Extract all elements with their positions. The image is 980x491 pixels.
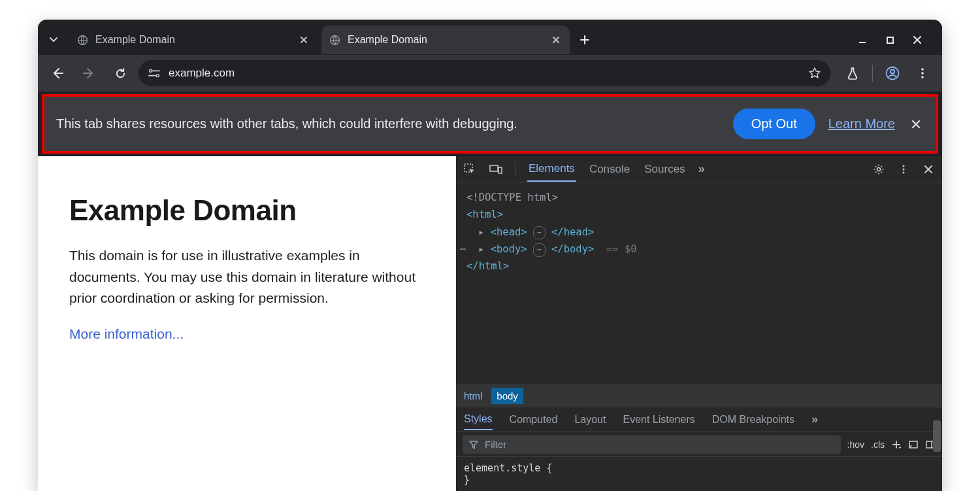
more-information-link[interactable]: More information... bbox=[69, 326, 184, 341]
svg-point-16 bbox=[903, 171, 905, 173]
dom-tree[interactable]: <!DOCTYPE html> <html> ▸ <head> ⋯ </head… bbox=[456, 182, 942, 384]
star-icon bbox=[808, 67, 821, 80]
minimize-icon bbox=[858, 35, 867, 44]
chevron-down-icon bbox=[49, 35, 58, 44]
toolbar: example.com bbox=[38, 55, 942, 92]
forward-button[interactable] bbox=[76, 60, 102, 86]
svg-point-3 bbox=[150, 69, 152, 72]
page-heading: Example Domain bbox=[69, 194, 425, 227]
breadcrumb-html[interactable]: html bbox=[464, 390, 482, 401]
address-bar[interactable]: example.com bbox=[139, 60, 830, 86]
cls-toggle[interactable]: .cls bbox=[871, 439, 885, 450]
separator bbox=[515, 162, 515, 177]
page-content: Example Domain This domain is for use in… bbox=[38, 156, 456, 491]
address-text: example.com bbox=[169, 67, 800, 80]
devtools-settings-button[interactable] bbox=[872, 162, 886, 177]
learn-more-link[interactable]: Learn More bbox=[828, 116, 895, 131]
svg-rect-2 bbox=[887, 37, 893, 43]
kebab-icon bbox=[917, 67, 928, 79]
reload-button[interactable] bbox=[107, 60, 133, 86]
devtools-menu-button[interactable] bbox=[896, 162, 911, 177]
dom-body-close: </body> bbox=[551, 243, 594, 255]
minimize-button[interactable] bbox=[856, 33, 869, 46]
svg-rect-11 bbox=[490, 165, 498, 171]
svg-point-15 bbox=[903, 168, 905, 170]
subtab-layout[interactable]: Layout bbox=[574, 414, 606, 426]
close-icon bbox=[300, 36, 308, 44]
experiments-button[interactable] bbox=[840, 60, 866, 86]
inspect-icon bbox=[464, 163, 476, 175]
ellipsis-badge-icon[interactable]: ⋯ bbox=[533, 226, 546, 240]
new-tab-button[interactable] bbox=[574, 29, 596, 51]
infobar-message: This tab shares resources with other tab… bbox=[56, 116, 720, 131]
style-rule-close: } bbox=[464, 474, 934, 486]
dom-body-open[interactable]: <body> bbox=[491, 243, 527, 255]
subtab-event-listeners[interactable]: Event Listeners bbox=[623, 414, 694, 426]
globe-icon bbox=[77, 34, 89, 46]
scrollbar-thumb[interactable] bbox=[933, 420, 941, 452]
infobar-close-button[interactable] bbox=[908, 116, 924, 132]
device-toolbar-button[interactable] bbox=[489, 162, 503, 177]
site-settings-icon[interactable] bbox=[148, 68, 161, 78]
dom-selected-row[interactable]: ⋯ ▸ <body> ⋯ </body> == $0 bbox=[464, 241, 934, 258]
page-paragraph: This domain is for use in illustrative e… bbox=[69, 245, 425, 309]
devtools-close-button[interactable] bbox=[921, 162, 936, 177]
tab-search-dropdown[interactable] bbox=[42, 28, 65, 52]
close-window-button[interactable] bbox=[911, 33, 924, 46]
computed-panel-button[interactable] bbox=[908, 439, 919, 450]
style-rule-open: element.style { bbox=[464, 462, 934, 474]
breadcrumb-body[interactable]: body bbox=[491, 388, 523, 404]
plus-icon bbox=[580, 35, 590, 45]
maximize-button[interactable] bbox=[883, 33, 896, 46]
profile-button[interactable] bbox=[879, 60, 906, 86]
tab-inactive[interactable]: Example Domain bbox=[69, 25, 318, 54]
tab-title: Example Domain bbox=[348, 34, 544, 46]
devtools-tab-console[interactable]: Console bbox=[588, 158, 631, 181]
plus-icon bbox=[891, 439, 902, 450]
gear-icon bbox=[873, 163, 885, 175]
expand-arrow-icon[interactable]: ▸ bbox=[478, 243, 491, 255]
subtab-computed[interactable]: Computed bbox=[510, 414, 558, 426]
styles-filter-input[interactable]: Filter bbox=[463, 435, 841, 454]
opt-out-button[interactable]: Opt Out bbox=[733, 109, 815, 139]
devtools-tab-elements[interactable]: Elements bbox=[527, 157, 576, 182]
close-icon bbox=[911, 119, 921, 129]
new-style-rule-button[interactable] bbox=[891, 439, 902, 450]
svg-point-4 bbox=[156, 75, 159, 77]
devtools-tabs-overflow[interactable]: » bbox=[698, 162, 706, 176]
devtools-tab-sources[interactable]: Sources bbox=[643, 158, 686, 181]
subtab-dom-breakpoints[interactable]: DOM Breakpoints bbox=[712, 414, 794, 426]
separator bbox=[872, 65, 873, 82]
content-area: Example Domain This domain is for use in… bbox=[38, 156, 942, 491]
svg-point-6 bbox=[890, 70, 894, 74]
ellipsis-badge-icon[interactable]: ⋯ bbox=[533, 243, 546, 257]
arrow-left-icon bbox=[51, 67, 64, 80]
svg-point-7 bbox=[921, 68, 924, 71]
svg-point-8 bbox=[921, 72, 924, 75]
tab-close-button[interactable] bbox=[298, 34, 310, 46]
flask-icon bbox=[846, 67, 859, 80]
dom-html-open[interactable]: <html> bbox=[466, 209, 503, 220]
infobar-highlight: This tab shares resources with other tab… bbox=[42, 94, 938, 154]
inspect-element-button[interactable] bbox=[463, 162, 477, 177]
hov-toggle[interactable]: :hov bbox=[847, 439, 864, 450]
back-button[interactable] bbox=[44, 60, 71, 86]
globe-icon bbox=[329, 34, 341, 46]
dom-head-open[interactable]: <head> bbox=[491, 226, 527, 238]
bookmark-button[interactable] bbox=[808, 67, 821, 80]
devtools-tab-bar: Elements Console Sources » bbox=[456, 156, 942, 182]
devices-icon bbox=[489, 164, 502, 175]
tab-close-button[interactable] bbox=[550, 34, 562, 46]
maximize-icon bbox=[886, 36, 894, 44]
svg-point-13 bbox=[877, 167, 881, 171]
subtabs-overflow[interactable]: » bbox=[811, 413, 819, 426]
styles-rules[interactable]: element.style { } bbox=[456, 456, 942, 491]
subtab-styles[interactable]: Styles bbox=[464, 409, 493, 430]
svg-point-9 bbox=[921, 76, 924, 78]
expand-arrow-icon[interactable]: ▸ bbox=[478, 226, 491, 238]
menu-button[interactable] bbox=[909, 60, 936, 86]
close-icon bbox=[924, 165, 933, 174]
tab-active[interactable]: Example Domain bbox=[321, 25, 570, 54]
styles-tab-bar: Styles Computed Layout Event Listeners D… bbox=[456, 407, 942, 432]
dom-breadcrumbs: html body bbox=[456, 384, 942, 407]
